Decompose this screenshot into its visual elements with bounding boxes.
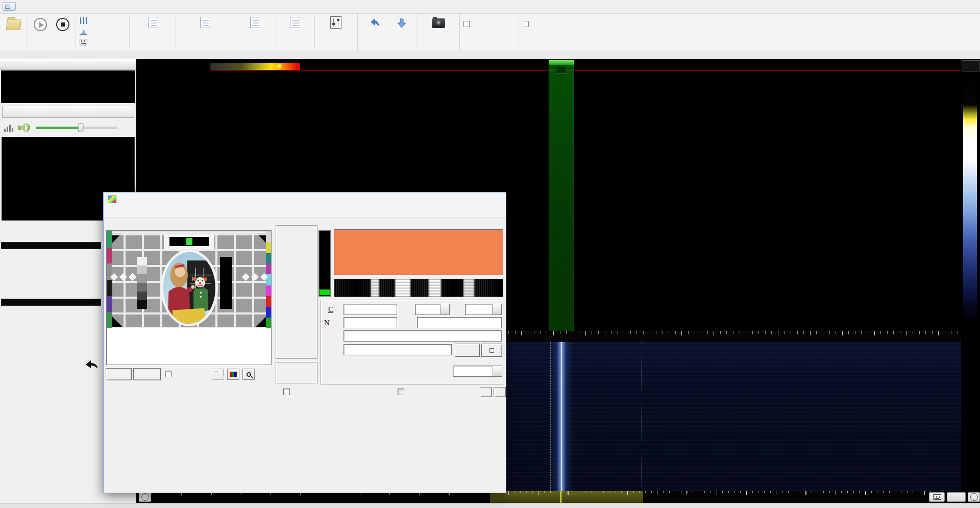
call-label: C: [328, 305, 333, 314]
noise-blanker-group: [523, 16, 576, 39]
call-input[interactable]: [344, 304, 397, 315]
ribbon-tab-row: [0, 0, 980, 14]
close-button[interactable]: [486, 192, 506, 206]
levels-icon[interactable]: [4, 124, 13, 132]
previous-button[interactable]: [360, 15, 388, 49]
copy-icon: [215, 371, 221, 377]
frequency-button[interactable]: [79, 37, 128, 47]
scale-back-button[interactable]: [139, 492, 151, 502]
abc-button[interactable]: [481, 344, 502, 357]
name-label: N: [324, 319, 330, 327]
resync-button[interactable]: [133, 368, 161, 380]
sdr-console-app: C N: [0, 0, 980, 508]
mode-grid: [1, 242, 101, 249]
select-radio-button[interactable]: [2, 15, 26, 49]
volume-row: [2, 122, 134, 135]
volume-slider-thumb[interactable]: [78, 123, 84, 132]
legend-auto-button[interactable]: [962, 60, 979, 71]
scale-forward-icon: [970, 493, 978, 501]
note-input[interactable]: [344, 330, 502, 342]
bandwidth-icon: [80, 17, 87, 24]
copy-image-button[interactable]: [212, 369, 224, 380]
passband-edge-right[interactable]: [572, 342, 572, 491]
keyboard-entry-button[interactable]: [929, 492, 945, 502]
ribbon-body: [0, 14, 980, 51]
lo-mode-icon: [290, 17, 300, 28]
auto-mute-enable-checkbox[interactable]: [463, 19, 517, 29]
ribbon: [0, 0, 980, 59]
my-select-arrow[interactable]: [492, 304, 501, 315]
visual-gain-dropdown[interactable]: [236, 15, 275, 49]
image-clear-button[interactable]: [106, 368, 132, 380]
lo-mode-dropdown[interactable]: [278, 15, 312, 49]
picture-button[interactable]: [227, 369, 239, 380]
auto-mute-enable-box[interactable]: [463, 21, 470, 27]
previous-icon: [368, 17, 380, 29]
draft-checkbox[interactable]: [398, 389, 404, 395]
frequency-display[interactable]: [1, 70, 135, 103]
app-menu-icon[interactable]: [3, 2, 16, 11]
sstv-sync-waterfall: [334, 279, 503, 297]
speaker-icon[interactable]: [18, 123, 31, 133]
received-sstv-image: [107, 231, 271, 328]
start-button[interactable]: [30, 15, 51, 49]
dsp-group: [276, 362, 317, 383]
qsl-input[interactable]: [344, 344, 452, 355]
magnifier-button[interactable]: [242, 369, 255, 380]
mmsstv-window[interactable]: C N: [103, 192, 506, 493]
scale-forward-button[interactable]: [968, 492, 980, 502]
calibration-button[interactable]: [79, 26, 128, 37]
mmsstv-app-icon: [108, 196, 116, 203]
page-next-button[interactable]: [494, 387, 506, 397]
volume-slider[interactable]: [36, 127, 117, 129]
filter-grid: [1, 299, 101, 306]
auto-mute-group: [463, 16, 517, 39]
scale-back-icon: [141, 493, 149, 501]
receive-panel-header[interactable]: [0, 59, 136, 70]
mmsstv-title-bar[interactable]: [104, 192, 506, 206]
keyboard-icon: [933, 494, 941, 500]
zoom-button[interactable]: [947, 492, 966, 502]
qth-input[interactable]: [417, 317, 502, 328]
rf-gain-dropdown[interactable]: [132, 15, 175, 49]
noise-blanker-enable-box[interactable]: [523, 21, 529, 27]
testcard-left-colorbar: [107, 231, 112, 328]
sstv-spectrum-display: [334, 229, 503, 275]
show-with-template-checkbox[interactable]: [283, 389, 290, 395]
noise-blanker-options-button[interactable]: [523, 29, 576, 39]
sstv-frequency-arrow[interactable]: [493, 366, 502, 376]
screenshot-button[interactable]: [421, 15, 456, 49]
waterfall-legend: [961, 59, 980, 503]
his-select[interactable]: [415, 304, 450, 315]
my-select[interactable]: [465, 304, 502, 315]
stop-icon: [56, 18, 69, 31]
tuned-frequency-line: [560, 491, 561, 503]
auto-history-checkbox[interactable]: [165, 371, 172, 377]
legend-gradient-bar[interactable]: [963, 77, 977, 360]
stored-picture-grid: [106, 400, 505, 490]
page-prev-button[interactable]: [480, 387, 492, 397]
status-bar: [0, 503, 980, 508]
history-dropdown[interactable]: [389, 15, 414, 49]
audio-device-select[interactable]: [2, 106, 134, 118]
testcard-right-colorbar: [266, 231, 271, 328]
passband-edge-left[interactable]: [550, 342, 551, 491]
auto-mute-options-button[interactable]: [463, 29, 517, 39]
sstv-frequency-select[interactable]: [453, 366, 502, 377]
radio-configuration-button[interactable]: [316, 15, 355, 49]
rx-mode-group: [276, 225, 317, 359]
if-gain-dropdown[interactable]: [178, 15, 233, 49]
maximize-button[interactable]: [467, 192, 486, 206]
name-input[interactable]: [344, 317, 397, 328]
signal-level-green: [320, 289, 330, 295]
stop-button[interactable]: [52, 15, 74, 49]
magnifier-icon: [247, 372, 251, 377]
his-select-arrow[interactable]: [440, 304, 449, 315]
mmsstv-menu-bar: [104, 206, 506, 217]
bandwidth-button[interactable]: [79, 15, 128, 26]
agc-undo-icon[interactable]: [84, 358, 99, 371]
minimize-button[interactable]: [448, 192, 467, 206]
rxid-button[interactable]: [455, 344, 480, 357]
noise-blanker-enable-checkbox[interactable]: [523, 19, 576, 29]
ribbon-group-labels: [0, 51, 980, 58]
